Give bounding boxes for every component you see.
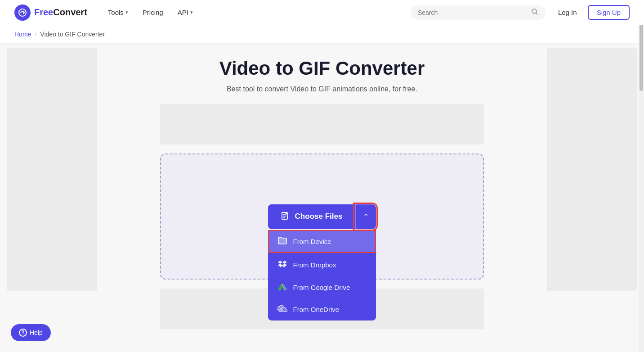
google-drive-icon [277, 283, 288, 292]
from-google-drive-option[interactable]: From Google Drive [268, 277, 376, 298]
chevron-up-icon: ⌃ [363, 213, 369, 221]
nav-auth: Log In Sign Up [553, 5, 630, 20]
api-chevron-icon: ▾ [190, 9, 193, 15]
center-content: Video to GIF Converter Best tool to conv… [160, 44, 484, 329]
file-icon [281, 211, 291, 223]
from-dropbox-label: From Dropbox [293, 261, 336, 269]
choose-files-button[interactable]: Choose Files [268, 204, 355, 229]
from-onedrive-option[interactable]: From OneDrive [268, 298, 376, 320]
choose-files-container: Choose Files ⌃ From De [268, 204, 376, 229]
breadcrumb-home[interactable]: Home [14, 31, 31, 38]
page-subtitle: Best tool to convert Video to GIF animat… [160, 85, 484, 93]
choose-files-dropdown-toggle[interactable]: ⌃ [355, 204, 376, 229]
onedrive-icon [277, 305, 288, 314]
content-wrapper: Video to GIF Converter Best tool to conv… [7, 44, 637, 329]
breadcrumb-current: Video to GIF Converter [40, 31, 105, 38]
choose-files-label: Choose Files [295, 212, 343, 221]
svg-point-0 [19, 9, 26, 16]
help-button[interactable]: ? Help [11, 324, 51, 341]
search-bar [411, 5, 546, 20]
folder-icon [277, 236, 288, 247]
upload-area[interactable]: Choose Files ⌃ From De [160, 153, 484, 280]
tools-chevron-icon: ▾ [125, 9, 128, 15]
left-ad-panel [7, 48, 97, 291]
main-content: Video to GIF Converter Best tool to conv… [0, 44, 644, 352]
search-input[interactable] [418, 9, 528, 16]
help-circle-icon: ? [19, 329, 27, 337]
upload-dropdown-menu: From Device [268, 230, 376, 320]
login-button[interactable]: Log In [553, 6, 582, 19]
help-label: Help [30, 329, 43, 336]
from-google-drive-label: From Google Drive [293, 284, 350, 291]
nav-api[interactable]: API ▾ [171, 5, 199, 20]
signup-button[interactable]: Sign Up [588, 5, 630, 20]
navbar: FreeConvert Tools ▾ Pricing API ▾ Log In… [0, 0, 644, 25]
top-ad-banner [160, 104, 484, 144]
nav-pricing[interactable]: Pricing [136, 5, 170, 20]
logo[interactable]: FreeConvert [14, 5, 87, 21]
scrollbar[interactable] [639, 0, 644, 352]
logo-text: FreeConvert [34, 7, 87, 18]
search-icon[interactable] [531, 8, 538, 17]
from-device-option[interactable]: From Device [268, 230, 376, 253]
breadcrumb-separator: › [35, 31, 36, 37]
logo-icon [14, 5, 31, 21]
nav-tools[interactable]: Tools ▾ [102, 5, 134, 20]
from-dropbox-option[interactable]: From Dropbox [268, 253, 376, 277]
page-title: Video to GIF Converter [160, 57, 484, 80]
from-onedrive-label: From OneDrive [293, 306, 340, 313]
breadcrumb: Home › Video to GIF Converter [0, 25, 644, 44]
dropbox-icon [277, 259, 288, 271]
right-ad-panel [547, 48, 637, 291]
nav-links: Tools ▾ Pricing API ▾ [102, 5, 411, 20]
from-device-label: From Device [293, 238, 331, 245]
